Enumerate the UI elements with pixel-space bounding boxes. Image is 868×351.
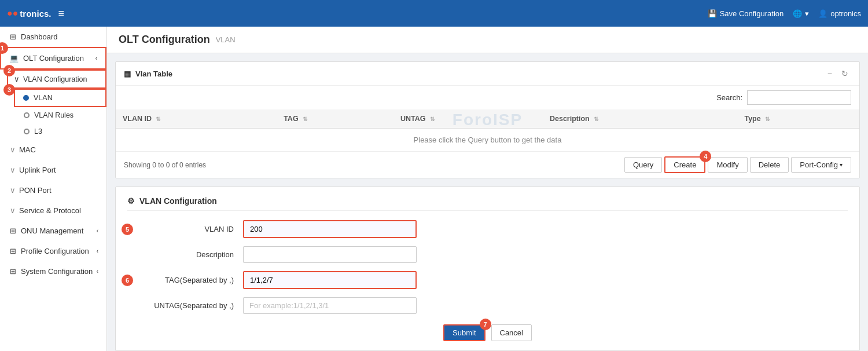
minimize-button[interactable]: − [825,68,835,79]
chevron-down-icon: ∨ [14,75,20,83]
table-wrap: VLAN ID ⇅ TAG ⇅ UNTAG ⇅ Description ⇅ Ty… [116,109,859,152]
card-title: ▦ Vlan Table [124,70,172,78]
form-icon: ⚙ [127,196,135,206]
top-navbar: ●● tronics. ≡ 💾 Save Configuration 🌐 ▾ 👤… [0,0,868,27]
pon-chevron: ∨ [10,186,16,195]
card-header: ▦ Vlan Table − ↻ [116,62,859,86]
card-title-text: Vlan Table [135,70,172,78]
sidebar-item-olt-config[interactable]: 💻 OLT Configuration ‹ [0,47,106,70]
search-input[interactable] [747,90,851,105]
olt-chevron: ‹ [95,55,97,61]
sidebar-item-dashboard[interactable]: ⊞ Dashboard [0,27,106,47]
olt-config-wrapper: 💻 OLT Configuration ‹ 1 [0,47,106,70]
col-untag: UNTAG ⇅ [393,109,543,129]
sidebar-item-system-config[interactable]: ⊞ System Configuration ‹ [0,261,106,281]
onu-chevron: ‹ [97,228,98,234]
cancel-button[interactable]: Cancel [491,324,532,341]
vlan-id-input[interactable] [243,220,417,238]
vlan-subitem-wrapper: VLAN 3 [7,89,106,107]
profile-chevron: ‹ [97,248,98,254]
globe-icon: 🌐 [793,9,802,18]
card-actions: − ↻ [825,68,851,79]
sidebar-item-pon-port[interactable]: ∨ PON Port [0,180,106,200]
onu-icon: ⊞ [10,226,16,235]
vlan-form-card: ⚙ VLAN Configuration 5 VLAN ID Descripti… [115,187,860,351]
sidebar-item-onu-management[interactable]: ⊞ ONU Management ‹ [0,221,106,241]
sidebar-label-vlan-config: VLAN Configuration [23,75,87,83]
no-data-row: Please click the Query button to get the… [116,129,859,152]
submit-button[interactable]: Submit [443,324,485,341]
untag-input[interactable] [243,297,417,314]
modify-button[interactable]: Modify [708,157,747,173]
description-row: Description [127,246,848,263]
form-actions: 7 Submit Cancel [127,324,848,341]
tag-input[interactable] [243,271,417,289]
badge-7: 7 [480,319,491,330]
create-wrapper: Create 4 [664,156,705,173]
save-config-label: Save Configuration [720,9,784,18]
save-config-button[interactable]: 💾 Save Configuration [708,9,784,18]
action-buttons: Query Create 4 Modify Delete Port-Config… [624,156,851,173]
content-area: OLT Configuration VLAN ▦ Vlan Table − ↻ … [107,27,868,351]
create-button[interactable]: Create [664,156,705,173]
sidebar-item-uplink-port[interactable]: ∨ Uplink Port [0,160,106,180]
sidebar: ⊞ Dashboard 💻 OLT Configuration ‹ 1 ∨ VL… [0,27,107,351]
untag-label: UNTAG(Separated by ,) [127,301,243,310]
l3-wrapper: L3 [7,123,106,140]
query-button[interactable]: Query [624,157,662,173]
refresh-button[interactable]: ↻ [838,68,851,79]
form-card-title: ⚙ VLAN Configuration [127,196,848,211]
search-row: Search: [116,86,859,109]
page-subtitle: VLAN [216,35,236,44]
sidebar-label-l3: L3 [34,127,42,136]
system-icon: ⊞ [10,267,16,276]
nav-left: ●● tronics. ≡ [7,8,64,20]
sidebar-item-l3[interactable]: L3 [14,123,106,140]
dashboard-icon: ⊞ [10,32,16,41]
user-icon: 👤 [818,9,827,18]
tag-label: TAG(Separated by ,) [127,276,243,284]
service-chevron: ∨ [10,206,16,215]
port-config-label: Port-Config [800,160,838,169]
vlan-config-wrapper: ∨ VLAN Configuration 2 [7,70,106,89]
description-label: Description [127,250,243,259]
page-header: OLT Configuration VLAN [107,27,868,53]
logo-icon: ●● [7,8,18,19]
sidebar-item-profile-config[interactable]: ⊞ Profile Configuration ‹ [0,241,106,261]
sidebar-item-mac[interactable]: ∨ MAC [0,140,106,160]
hamburger-icon[interactable]: ≡ [58,8,65,20]
badge-5: 5 [122,224,133,235]
olt-icon: 💻 [9,54,19,63]
description-input[interactable] [243,246,417,263]
badge-2: 2 [3,65,15,76]
sidebar-sub-vlan: ∨ VLAN Configuration 2 VLAN 3 VLAN Rules [0,70,106,140]
language-button[interactable]: 🌐 ▾ [793,9,809,18]
vlan-radio [23,95,29,101]
user-button[interactable]: 👤 optronics [818,9,861,18]
page-title: OLT Configuration [119,34,210,46]
sidebar-item-vlan[interactable]: VLAN [14,89,106,107]
uplink-chevron: ∨ [10,166,16,174]
untag-row: UNTAG(Separated by ,) [127,297,848,314]
sidebar-label-onu: ONU Management [21,226,83,235]
search-label: Search: [716,93,742,102]
table-icon: ▦ [124,70,131,78]
main-layout: ⊞ Dashboard 💻 OLT Configuration ‹ 1 ∨ VL… [0,27,868,351]
sidebar-item-vlan-config[interactable]: ∨ VLAN Configuration [7,70,106,89]
port-config-button[interactable]: Port-Config ▾ [791,157,851,173]
vlan-table-card: ▦ Vlan Table − ↻ Search: VLAN ID ⇅ [115,61,860,178]
delete-button[interactable]: Delete [750,157,789,173]
port-config-caret: ▾ [840,162,843,168]
col-vlan-id: VLAN ID ⇅ [116,109,277,129]
sidebar-item-vlan-rules[interactable]: VLAN Rules [14,107,106,123]
form-title-text: VLAN Configuration [139,196,217,206]
save-icon: 💾 [708,9,717,18]
badge-3: 3 [3,84,15,96]
sidebar-label-uplink: Uplink Port [19,166,56,174]
sidebar-item-label: Dashboard [21,32,58,41]
sidebar-label-system: System Configuration [21,267,93,276]
submit-wrapper: 7 Submit [443,324,485,341]
vlan-id-row: 5 VLAN ID [127,220,848,238]
col-tag: TAG ⇅ [277,109,393,129]
sidebar-item-service-protocol[interactable]: ∨ Service & Protocol [0,200,106,221]
